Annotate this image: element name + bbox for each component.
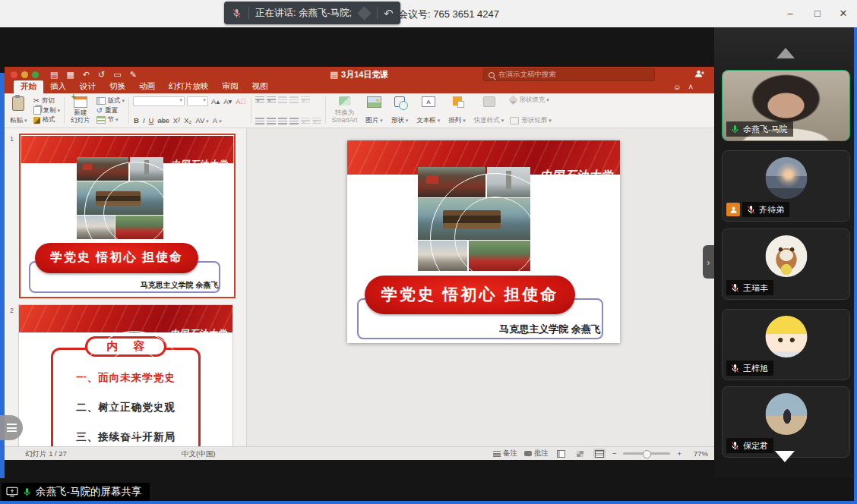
align-right-button[interactable]: [278, 118, 287, 124]
tab-slideshow[interactable]: 幻灯片放映: [162, 80, 216, 93]
participant-tile-speaker[interactable]: 余燕飞-马院: [722, 70, 850, 141]
align-center-button[interactable]: [267, 118, 276, 124]
undo-arrow-icon[interactable]: ↶: [384, 8, 394, 19]
participant-tile[interactable]: 保定君: [722, 386, 850, 458]
line-spacing-button[interactable]: [301, 96, 310, 103]
reset-button[interactable]: ↺重置: [96, 106, 125, 115]
zoom-out-button[interactable]: −: [612, 449, 617, 458]
quick-styles-button[interactable]: 快速样式: [472, 96, 507, 125]
tab-home[interactable]: 开始: [14, 80, 43, 93]
search-placeholder: 在演示文稿中搜索: [498, 70, 556, 80]
scroll-down-arrow-icon[interactable]: [775, 451, 795, 462]
underline-button[interactable]: U: [148, 116, 155, 124]
cut-button[interactable]: ✂剪切: [33, 96, 61, 106]
subscript-button[interactable]: X₂: [183, 116, 192, 124]
scroll-up-arrow-icon[interactable]: [776, 48, 795, 58]
tab-animations[interactable]: 动画: [132, 80, 162, 93]
sidebar-collapse-handle[interactable]: ›: [703, 245, 714, 279]
shrink-font-button[interactable]: A▾: [223, 97, 232, 106]
textbox-button[interactable]: A 文本框: [414, 96, 442, 125]
slide-thumbnail-2[interactable]: 中国石油大学 内 容 一、面向未来学党史 二、树立正确党史观 三、接续奋斗开新局: [19, 305, 232, 446]
share-person-add-icon[interactable]: [694, 69, 705, 78]
minimize-button[interactable]: –: [778, 0, 802, 26]
slide-counter: 幻灯片 1 / 27: [25, 449, 67, 459]
maximize-button[interactable]: □: [805, 0, 830, 26]
convert-smartart-button[interactable]: 转换为SmartArt: [330, 96, 360, 125]
slide-sorter-view-button[interactable]: [574, 449, 587, 458]
clear-format-button[interactable]: A⃠: [235, 97, 246, 106]
participant-name: 余燕飞-马院: [743, 124, 788, 135]
comments-toggle[interactable]: 批注: [524, 449, 549, 458]
align-left-button[interactable]: [255, 118, 264, 124]
indent-decrease-button[interactable]: [278, 96, 287, 103]
tab-design[interactable]: 设计: [73, 80, 103, 93]
shape-outline-button[interactable]: 形状轮廓: [510, 117, 552, 124]
slide-byline: 马克思主义学院 余燕飞: [499, 323, 601, 336]
shapes-button[interactable]: 形状: [389, 96, 411, 125]
collapse-ribbon-icon[interactable]: ˄: [688, 83, 693, 91]
mic-muted-icon: [730, 364, 740, 373]
slide-thumbnail-1[interactable]: 中国石油大学 学党史 悟初心 担使命 马克思主义学院 余燕飞: [19, 134, 236, 298]
copy-button[interactable]: 复制: [33, 106, 61, 115]
participant-tile[interactable]: 齐待弟: [722, 150, 850, 222]
normal-view-icon: [557, 450, 565, 458]
section-button[interactable]: 节: [96, 115, 125, 124]
zoom-slider[interactable]: [623, 452, 670, 455]
participant-tile[interactable]: 王瑞丰: [722, 228, 850, 300]
notes-toggle[interactable]: 备注: [493, 449, 517, 458]
language-indicator[interactable]: 中文(中国): [182, 449, 215, 459]
avatar: [765, 316, 807, 358]
zoom-in-button[interactable]: +: [677, 449, 681, 458]
italic-button[interactable]: I: [142, 116, 146, 124]
tab-transitions[interactable]: 切换: [103, 80, 132, 93]
superscript-button[interactable]: X²: [172, 116, 182, 124]
status-right-controls: 备注 批注 − + 77%: [493, 447, 708, 460]
strikethrough-button[interactable]: abc: [157, 116, 169, 124]
paragraph-group: [255, 96, 321, 125]
normal-view-button[interactable]: [555, 449, 568, 458]
bullets-button[interactable]: [255, 96, 264, 103]
character-spacing-button[interactable]: AV: [194, 116, 209, 124]
justify-button[interactable]: [289, 118, 299, 124]
ppt-search-box[interactable]: 在演示文稿中搜索: [483, 68, 655, 81]
section-icon: [96, 116, 106, 124]
font-size-select[interactable]: [187, 96, 208, 106]
layout-button[interactable]: 版式: [96, 96, 125, 106]
columns-button[interactable]: [301, 118, 310, 124]
slide-title-banner: 学党史 悟初心 担使命: [35, 243, 198, 273]
ppt-document-area: 1 中国石油大学 学党史 悟初心 担使命: [5, 128, 714, 446]
main-slide[interactable]: 中国石油大学 学党史 悟初心 担使命 马克思主义学院 余燕飞: [347, 140, 620, 343]
tab-insert[interactable]: 插入: [43, 80, 73, 93]
paste-button[interactable]: 粘贴: [8, 96, 30, 125]
textbox-icon: A: [422, 96, 435, 107]
format-painter-button[interactable]: 格式: [33, 115, 61, 124]
new-slide-button[interactable]: 新建幻灯片: [68, 96, 93, 125]
shape-format-group: 形状填充 形状轮廓: [510, 96, 552, 125]
bold-button[interactable]: B: [133, 116, 140, 124]
grow-font-button[interactable]: A▴: [210, 97, 220, 106]
mic-muted-icon: [730, 283, 740, 293]
picture-button[interactable]: 图片: [363, 96, 385, 125]
tab-view[interactable]: 视图: [245, 80, 275, 93]
numbering-button[interactable]: [267, 96, 276, 103]
slide-editing-canvas[interactable]: 中国石油大学 学党史 悟初心 担使命 马克思主义学院 余燕飞: [246, 128, 714, 446]
zoom-level[interactable]: 77%: [688, 449, 708, 458]
screen-share-label: 余燕飞-马院的屏幕共享: [36, 485, 142, 499]
indent-increase-button[interactable]: [289, 96, 299, 103]
feedback-smiley-icon[interactable]: ☺: [673, 83, 681, 91]
reading-view-button[interactable]: [593, 449, 606, 458]
shape-fill-button[interactable]: 形状填充: [510, 96, 552, 104]
arrange-button[interactable]: 排列: [446, 96, 468, 125]
font-name-select[interactable]: [133, 96, 185, 106]
participant-nameplate: 王瑞丰: [726, 280, 773, 295]
participant-nameplate: 齐待弟: [726, 202, 789, 217]
zoom-slider-knob[interactable]: [643, 450, 651, 458]
menu-lines-icon: [7, 424, 17, 432]
tab-review[interactable]: 审阅: [216, 80, 245, 93]
close-button[interactable]: ✕: [831, 0, 855, 26]
participant-tile[interactable]: 王梓旭: [722, 309, 850, 380]
text-direction-button[interactable]: [312, 118, 321, 124]
shape-outline-icon: [510, 117, 519, 124]
window-border-right: [854, 27, 857, 504]
font-color-button[interactable]: A: [212, 116, 223, 124]
